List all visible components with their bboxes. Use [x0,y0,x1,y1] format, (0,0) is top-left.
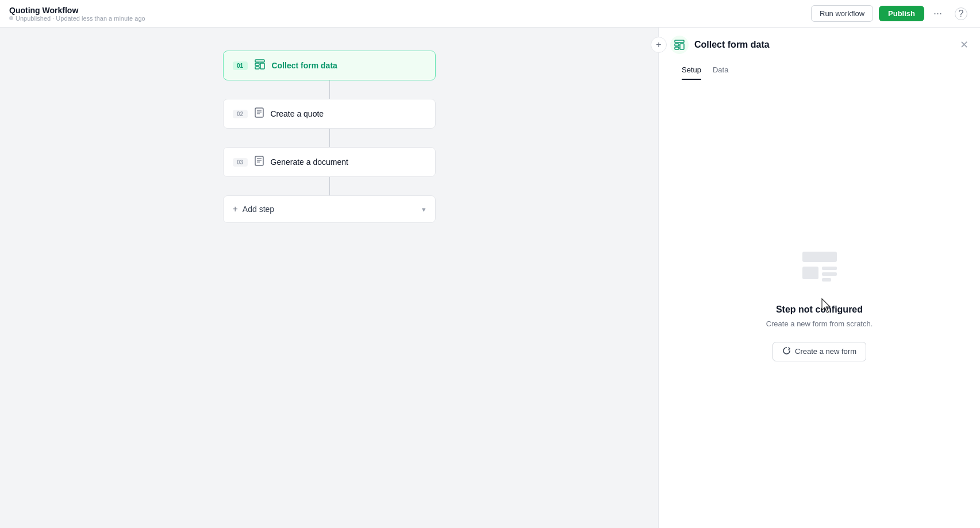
step-label-02: Create a quote [271,109,324,118]
tab-data[interactable]: Data [713,61,728,80]
panel-header-section: Collect form data ✕ Setup Data [659,28,980,80]
step-generate-document[interactable]: 03 Generate a document [223,147,436,177]
status-text: Unpublished · Updated less than a minute… [16,15,145,22]
publish-button[interactable]: Publish [879,6,924,21]
topbar-left: Quoting Workflow Unpublished · Updated l… [9,6,145,22]
not-configured-desc: Create a new form from scratch. [766,319,873,328]
svg-rect-4 [255,108,263,117]
form-illustration [797,247,843,293]
step-label-03: Generate a document [271,157,348,167]
svg-rect-15 [680,44,684,49]
main-layout: 01 Collect form data 02 [0,0,980,528]
connector-2 [329,129,330,147]
svg-rect-12 [675,40,684,43]
help-button[interactable]: ? [951,5,971,22]
connector-3 [329,177,330,195]
svg-rect-8 [255,156,263,165]
svg-rect-20 [822,278,831,282]
document-icon [255,156,264,168]
add-step-left: + Add step [233,204,275,214]
panel-add-button[interactable]: + [651,37,667,53]
topbar-right: Run workflow Publish ··· ? [811,5,971,22]
chevron-down-icon: ▾ [422,205,426,214]
svg-rect-18 [822,267,837,270]
svg-rect-1 [255,63,259,65]
step-collect-form-data[interactable]: 01 Collect form data [223,51,436,80]
workflow-title: Quoting Workflow [9,6,145,15]
svg-rect-16 [802,252,837,262]
svg-rect-14 [675,47,679,49]
svg-rect-2 [255,67,259,69]
tab-setup[interactable]: Setup [682,61,701,80]
step-number-03: 03 [233,158,248,167]
panel-title: Collect form data [694,40,770,50]
svg-rect-17 [802,267,818,279]
connector-1 [329,80,330,99]
plus-icon: + [233,204,238,214]
refresh-icon [782,346,791,357]
add-step-card[interactable]: + Add step ▾ [223,195,436,223]
step-number-01: 01 [233,61,248,70]
right-panel: + Collect form data ✕ [658,28,980,528]
run-workflow-button[interactable]: Run workflow [811,5,873,22]
panel-title-row: Collect form data [670,36,770,54]
help-icon: ? [955,7,967,20]
step-label-01: Collect form data [272,61,337,70]
panel-content: Step not configured Create a new form fr… [659,80,980,528]
topbar: Quoting Workflow Unpublished · Updated l… [0,0,980,28]
more-options-button[interactable]: ··· [930,5,946,22]
create-form-label: Create a new form [795,347,856,356]
create-new-form-button[interactable]: Create a new form [773,342,866,361]
more-icon: ··· [933,7,942,19]
svg-rect-3 [260,63,264,69]
form-icon [255,59,265,72]
not-configured-title: Step not configured [776,305,863,315]
svg-rect-19 [822,272,837,276]
status-dot [9,16,13,20]
panel-close-button[interactable]: ✕ [960,38,969,51]
workflow-subtitle: Unpublished · Updated less than a minute… [9,15,145,22]
panel-tabs: Setup Data [670,61,969,80]
panel-icon-circle [670,36,689,54]
workflow-canvas: 01 Collect form data 02 [0,28,658,528]
plus-icon-panel: + [656,40,661,50]
step-number-02: 02 [233,110,248,118]
step-create-quote[interactable]: 02 Create a quote [223,99,436,129]
add-step-label: Add step [243,205,274,214]
quote-icon [255,107,264,120]
svg-rect-13 [675,44,679,46]
svg-rect-0 [255,60,264,62]
steps-container: 01 Collect form data 02 [209,51,450,223]
